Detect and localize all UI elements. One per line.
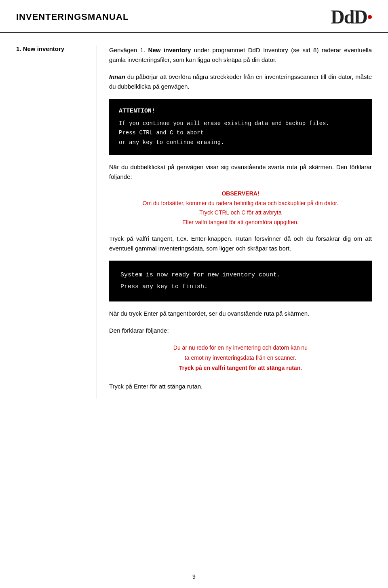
explanation-box: Du är nu redo för en ny inventering och … — [121, 343, 360, 374]
intro-text: Genvägen 1. — [109, 47, 148, 53]
final-text: Tryck på Enter för att stänga rutan. — [109, 383, 202, 390]
section-heading: New inventory — [23, 45, 65, 52]
observation-line2: Tryck CTRL och C för att avbryta — [125, 208, 356, 218]
paragraph-final: Tryck på Enter för att stänga rutan. — [109, 382, 372, 391]
terminal-box-2: System is now ready for new inventory co… — [109, 261, 372, 301]
paragraph-intro: Genvägen 1. New inventory under programm… — [109, 45, 372, 65]
after-terminal2-text: När du tryck Enter på tangentbordet, ser… — [109, 310, 309, 317]
paragraph3-text: Tryck på valfri tangent, t.ex. Enter-kna… — [109, 235, 372, 252]
page-number: 9 — [192, 573, 196, 580]
paragraph2-rest: du påbörjar att överföra några streckkod… — [109, 73, 372, 90]
innan-italic: Innan — [109, 73, 125, 80]
logo: DdD — [331, 7, 372, 27]
paragraph-press-key: Tryck på valfri tangent, t.ex. Enter-kna… — [109, 234, 372, 253]
terminal-box-1: ATTENTION! If you continue you will eras… — [109, 99, 372, 155]
page-title: INVENTERINGSMANUAL — [16, 12, 129, 22]
terminal1-line3: Press CTRL and C to abort — [119, 128, 362, 138]
observation-title: OBSERVERA! — [221, 190, 259, 197]
explanation-line3: Tryck på en valfri tangent för att stäng… — [121, 363, 360, 373]
intro-bold: New inventory — [148, 47, 191, 53]
page-footer: 9 — [0, 573, 388, 580]
den-forklarar-text: Den förklarar följande: — [109, 327, 169, 334]
section-number: 1. — [16, 45, 21, 52]
paragraph-before-scan: Innan du påbörjar att överföra några str… — [109, 72, 372, 91]
page-header: INVENTERINGSMANUAL DdD — [0, 0, 388, 33]
terminal2-line2: Press any key to finish. — [120, 281, 361, 293]
observation-line3: Eller valfri tangent för att genomföra u… — [125, 218, 356, 227]
paragraph-after-terminal1: När du dubbelklickat på genvägen visar s… — [109, 162, 372, 182]
explanation-line1: Du är nu redo för en ny inventering och … — [121, 343, 360, 353]
explanation-line2: ta emot ny inventeringsdata från en scan… — [121, 353, 360, 363]
terminal2-line1: System is now ready for new inventory co… — [120, 270, 361, 281]
terminal1-line2: If you continue you will erase existing … — [119, 119, 362, 129]
observation-line1: Om du fortsätter, kommer du radera befin… — [125, 199, 356, 208]
logo-text: DdD — [331, 7, 367, 27]
after-terminal1-text: När du dubbelklickat på genvägen visar s… — [109, 163, 372, 180]
logo-dot — [368, 15, 372, 19]
right-column: Genvägen 1. New inventory under programm… — [97, 45, 372, 399]
page-container: INVENTERINGSMANUAL DdD 1. New inventory … — [0, 0, 388, 588]
paragraph-after-terminal2: När du tryck Enter på tangentbordet, ser… — [109, 309, 372, 318]
left-column: 1. New inventory — [16, 45, 97, 399]
observation-box: OBSERVERA! Om du fortsätter, kommer du r… — [125, 189, 356, 227]
paragraph-den-forklarar: Den förklarar följande: — [109, 326, 372, 335]
main-content: 1. New inventory Genvägen 1. New invento… — [0, 33, 388, 411]
terminal1-line1: ATTENTION! — [119, 106, 362, 117]
terminal1-line4: or any key to continue erasing. — [119, 138, 362, 148]
